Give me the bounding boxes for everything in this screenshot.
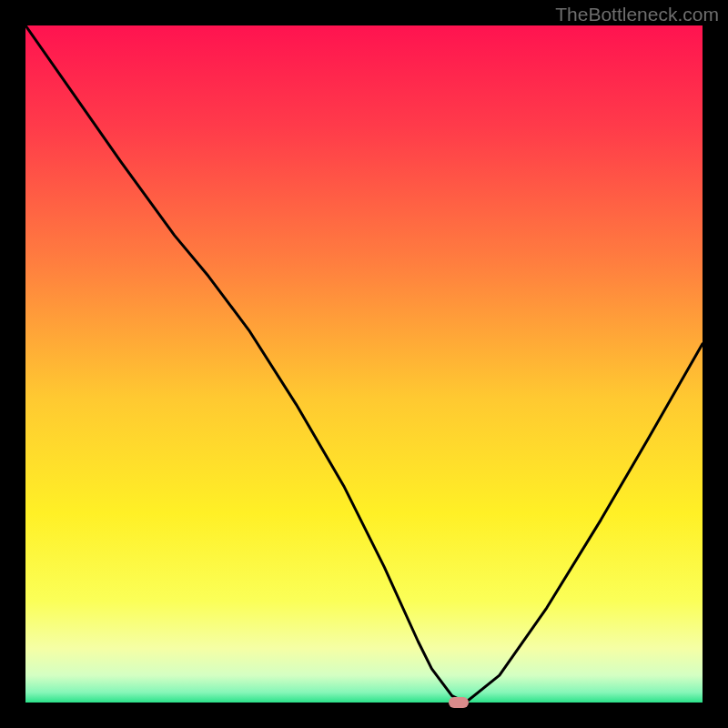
bottleneck-curve (25, 25, 703, 703)
chart-frame: TheBottleneck.com (0, 0, 728, 728)
bottleneck-marker (449, 697, 469, 708)
plot-area (25, 25, 703, 703)
curve-layer (25, 25, 703, 703)
watermark-text: TheBottleneck.com (555, 4, 719, 25)
